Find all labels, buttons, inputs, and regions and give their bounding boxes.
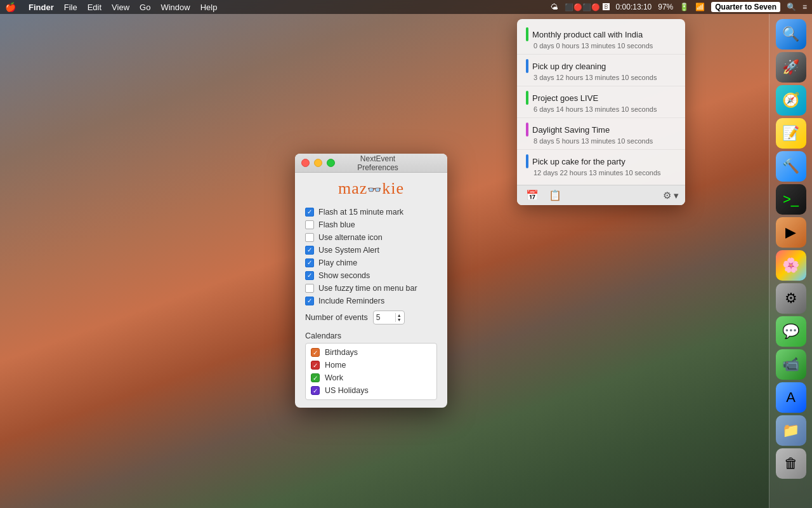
dock-icon-facetime[interactable]: 📹 bbox=[776, 349, 806, 380]
pref-checkbox-alticon[interactable] bbox=[305, 233, 314, 242]
calendar-checkbox-birthdays[interactable] bbox=[311, 348, 320, 357]
calendar-item-birthdays[interactable]: Birthdays bbox=[306, 346, 436, 359]
prefs-body: Flash at 15 minute markFlash blueUse alt… bbox=[295, 202, 447, 408]
pref-checkbox-playchime[interactable] bbox=[305, 258, 314, 267]
menubar-go[interactable]: Go bbox=[140, 3, 150, 12]
calendar-checkbox-home[interactable] bbox=[311, 361, 320, 370]
weather-icon[interactable]: 🌤 bbox=[551, 3, 558, 11]
dock-icon-video[interactable]: ▶ bbox=[776, 217, 806, 248]
dock-icon-launchpad[interactable]: 🚀 bbox=[776, 52, 806, 83]
event-title-text: Pick up cake for the party bbox=[532, 157, 676, 166]
event-item[interactable]: Monthly product call with India 0 days 0… bbox=[517, 23, 685, 55]
menubar: 🍎 Finder File Edit View Go Window Help 🌤… bbox=[0, 0, 812, 14]
calendar-item-work[interactable]: Work bbox=[306, 371, 436, 384]
prefs-titlebar: NextEvent Preferences bbox=[295, 154, 447, 173]
event-item[interactable]: Daylight Saving Time 8 days 5 hours 13 m… bbox=[517, 118, 685, 150]
event-color-indicator bbox=[526, 123, 528, 137]
event-title-text: Daylight Saving Time bbox=[532, 125, 676, 135]
calendar-checkbox-us holidays[interactable] bbox=[311, 386, 320, 395]
event-item[interactable]: Pick up cake for the party 12 days 22 ho… bbox=[517, 150, 685, 181]
event-color-indicator bbox=[526, 91, 528, 105]
event-title: Daylight Saving Time bbox=[526, 123, 676, 137]
dock-icon-messages[interactable]: 💬 bbox=[776, 316, 806, 347]
menubar-edit[interactable]: Edit bbox=[88, 3, 102, 12]
pref-row-playchime[interactable]: Play chime bbox=[305, 257, 437, 269]
pref-row-sysalert[interactable]: Use System Alert bbox=[305, 244, 437, 257]
pref-checkbox-flashblue[interactable] bbox=[305, 220, 314, 229]
event-time: 0 days 0 hours 13 minutes 10 seconds bbox=[526, 42, 676, 50]
pref-row-fuzzytime[interactable]: Use fuzzy time on menu bar bbox=[305, 282, 437, 295]
menubar-file[interactable]: File bbox=[64, 3, 77, 12]
dock-icon-folder[interactable]: 📁 bbox=[776, 415, 806, 446]
dock-icon-finder[interactable]: 🔍 bbox=[776, 19, 806, 50]
dock-icon-photos[interactable]: 🌸 bbox=[776, 250, 806, 281]
pref-checkbox-fuzzytime[interactable] bbox=[305, 284, 314, 293]
pref-label-showsecs: Show seconds bbox=[318, 271, 370, 280]
stepper-down-icon[interactable]: ▼ bbox=[397, 318, 402, 322]
menubar-help[interactable]: Help bbox=[200, 3, 218, 12]
prefs-logo: maz👓kie bbox=[295, 173, 447, 202]
dock-icon-system[interactable]: ⚙ bbox=[776, 283, 806, 314]
minimize-button[interactable] bbox=[314, 159, 322, 167]
apple-menu-icon[interactable]: 🍎 bbox=[5, 2, 16, 12]
zoom-button[interactable] bbox=[327, 159, 335, 167]
prefs-title: NextEvent Preferences bbox=[339, 154, 416, 172]
pref-row-flash15[interactable]: Flash at 15 minute mark bbox=[305, 206, 437, 218]
event-title-text: Monthly product call with India bbox=[532, 30, 676, 39]
calendar-item-us-holidays[interactable]: US Holidays bbox=[306, 384, 436, 397]
number-of-events-label: Number of events bbox=[305, 313, 368, 322]
wifi-icon: 📶 bbox=[695, 3, 705, 11]
calendar-item-home[interactable]: Home bbox=[306, 359, 436, 371]
gear-icon[interactable]: ⚙ ▾ bbox=[663, 190, 679, 201]
dock-icon-safari[interactable]: 🧭 bbox=[776, 85, 806, 116]
number-of-events-select[interactable]: 5 ▲ ▼ bbox=[373, 311, 405, 324]
nextevent-popup: Monthly product call with India 0 days 0… bbox=[517, 19, 685, 205]
popup-toolbar: 📅 📋 ⚙ ▾ bbox=[517, 185, 685, 205]
close-button[interactable] bbox=[301, 159, 310, 167]
menubar-window[interactable]: Window bbox=[160, 3, 190, 12]
calendar-name-birthdays: Birthdays bbox=[325, 348, 358, 357]
pref-label-flashblue: Flash blue bbox=[318, 220, 355, 229]
number-of-events-row: Number of events 5 ▲ ▼ bbox=[305, 307, 437, 328]
event-color-indicator bbox=[526, 27, 528, 41]
dock: 🔍🚀🧭📝🔨>_▶🌸⚙💬📹A📁🗑 bbox=[769, 14, 812, 508]
pref-checkbox-showsecs[interactable] bbox=[305, 271, 314, 280]
list-icon[interactable]: ≡ bbox=[802, 3, 807, 11]
timer-display: 0:00:13:10 bbox=[616, 3, 652, 11]
pref-row-showsecs[interactable]: Show seconds bbox=[305, 269, 437, 282]
event-time: 3 days 12 hours 13 minutes 10 seconds bbox=[526, 74, 676, 81]
dock-icon-appstore[interactable]: A bbox=[776, 382, 806, 413]
pref-row-alticon[interactable]: Use alternate icon bbox=[305, 231, 437, 244]
pref-row-reminders[interactable]: Include Reminders bbox=[305, 295, 437, 307]
event-item[interactable]: Project goes LIVE 6 days 14 hours 13 min… bbox=[517, 86, 685, 118]
pref-checkbox-flash15[interactable] bbox=[305, 208, 314, 217]
quarter-to-seven-label[interactable]: Quarter to Seven bbox=[711, 2, 780, 12]
pref-label-playchime: Play chime bbox=[318, 258, 357, 267]
dock-icon-trash[interactable]: 🗑 bbox=[776, 448, 806, 479]
event-time: 8 days 5 hours 13 minutes 10 seconds bbox=[526, 137, 676, 145]
menubar-right: 🌤 ⬛🔴⬛🔴 🅱 0:00:13:10 97% 🔋 📶 Quarter to S… bbox=[551, 2, 807, 12]
pref-checkbox-reminders[interactable] bbox=[305, 297, 314, 305]
pref-label-reminders: Include Reminders bbox=[318, 297, 384, 305]
dock-icon-xcode[interactable]: 🔨 bbox=[776, 151, 806, 182]
dock-icon-notes[interactable]: 📝 bbox=[776, 118, 806, 149]
calendar-icon[interactable]: 📅 bbox=[523, 188, 541, 203]
pref-checkbox-sysalert[interactable] bbox=[305, 246, 314, 255]
search-icon[interactable]: 🔍 bbox=[787, 3, 796, 11]
dock-icon-terminal[interactable]: >_ bbox=[776, 184, 806, 215]
number-of-events-value: 5 bbox=[376, 313, 381, 322]
menubar-view[interactable]: View bbox=[112, 3, 129, 12]
menubar-left: 🍎 Finder File Edit View Go Window Help bbox=[5, 2, 217, 12]
stepper-up-icon[interactable]: ▲ bbox=[397, 313, 402, 318]
event-item[interactable]: Pick up dry cleaning 3 days 12 hours 13 … bbox=[517, 55, 685, 86]
pref-row-flashblue[interactable]: Flash blue bbox=[305, 218, 437, 231]
menubar-finder[interactable]: Finder bbox=[29, 3, 54, 12]
stepper[interactable]: ▲ ▼ bbox=[395, 313, 402, 322]
pref-label-sysalert: Use System Alert bbox=[318, 246, 379, 255]
reminder-icon[interactable]: 📋 bbox=[546, 188, 564, 203]
pref-label-alticon: Use alternate icon bbox=[318, 233, 383, 242]
event-title-text: Project goes LIVE bbox=[532, 93, 676, 103]
calendar-checkbox-work[interactable] bbox=[311, 373, 320, 382]
calendars-section: Calendars Birthdays Home Work US Holiday… bbox=[305, 331, 437, 400]
status-icons: ⬛🔴⬛🔴 🅱 bbox=[565, 3, 609, 11]
